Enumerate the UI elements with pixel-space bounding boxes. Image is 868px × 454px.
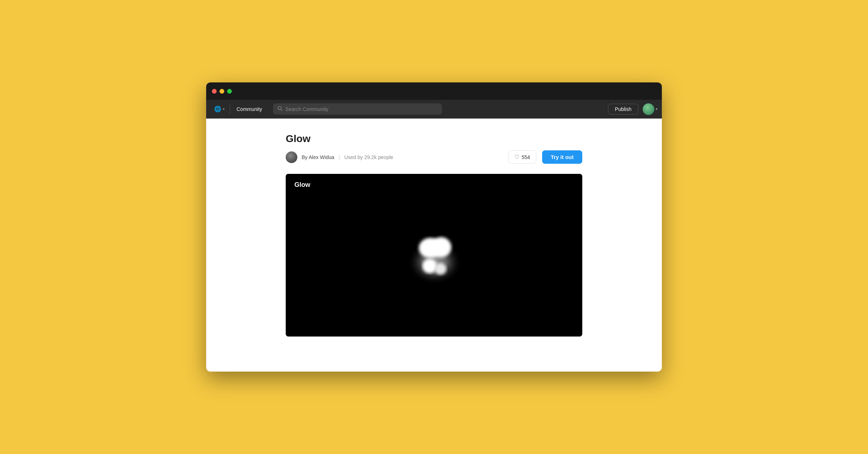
meta-left: By Alex Widua | Used by 29.2k people <box>286 151 393 163</box>
preview-label: Glow <box>294 181 310 189</box>
publish-button[interactable]: Publish <box>608 104 638 115</box>
heart-icon: ♡ <box>514 154 519 160</box>
author-avatar <box>286 151 297 163</box>
minimize-button[interactable] <box>220 89 224 94</box>
nav-bar: 🌐 ▾ Community Publish <box>206 100 662 119</box>
plugin-actions: ♡ 554 Try it out <box>508 150 582 164</box>
search-bar[interactable] <box>273 103 442 115</box>
community-nav-item[interactable]: Community <box>231 104 267 114</box>
avatar <box>643 103 654 115</box>
svg-point-6 <box>435 263 446 275</box>
meta-divider: | <box>339 154 340 160</box>
maximize-button[interactable] <box>227 89 232 94</box>
try-it-button[interactable]: Try it out <box>542 150 582 164</box>
content-inner: Glow By Alex Widua | Used by 29.2k peopl… <box>271 133 597 337</box>
avatar-chevron-icon: ▾ <box>656 107 658 111</box>
close-button[interactable] <box>212 89 217 94</box>
used-by-count: Used by 29.2k people <box>344 154 393 160</box>
preview-container: Glow <box>286 174 582 337</box>
plugin-meta-row: By Alex Widua | Used by 29.2k people ♡ 5… <box>286 150 582 164</box>
search-icon <box>277 106 282 112</box>
like-count: 554 <box>522 154 530 160</box>
browser-window: 🌐 ▾ Community Publish <box>206 82 662 372</box>
search-input[interactable] <box>285 106 438 112</box>
title-bar <box>206 82 662 100</box>
like-button[interactable]: ♡ 554 <box>508 150 536 164</box>
glow-visualization <box>394 215 474 295</box>
user-avatar-container[interactable]: ▾ <box>643 103 658 115</box>
globe-nav-item[interactable]: 🌐 ▾ <box>210 103 228 115</box>
desktop-background: 🌐 ▾ Community Publish <box>206 82 662 372</box>
preview-canvas: Glow <box>286 174 582 337</box>
svg-point-7 <box>426 241 441 254</box>
main-content: Glow By Alex Widua | Used by 29.2k peopl… <box>206 119 662 372</box>
author-name: By Alex Widua <box>302 154 334 160</box>
svg-point-8 <box>425 262 434 270</box>
avatar-image <box>643 103 654 115</box>
plugin-title: Glow <box>286 133 582 145</box>
chevron-down-icon: ▾ <box>223 107 225 111</box>
author-avatar-image <box>286 151 297 163</box>
nav-divider <box>230 104 230 114</box>
globe-icon: 🌐 <box>214 106 221 112</box>
svg-line-1 <box>281 110 282 111</box>
